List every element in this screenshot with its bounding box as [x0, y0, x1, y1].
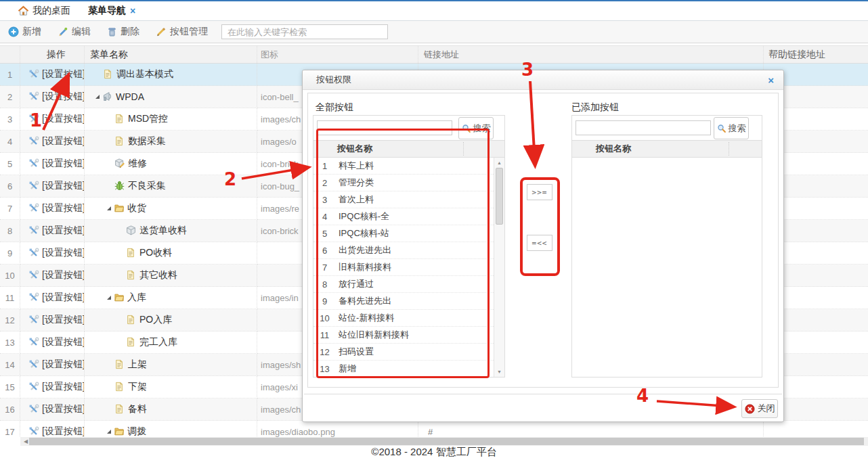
row-number: 8: [0, 220, 20, 242]
menu-name: PO入库: [139, 314, 172, 326]
set-button-link[interactable]: [设置按钮]: [20, 198, 85, 220]
tree-expand-icon[interactable]: [107, 206, 111, 210]
set-button-link[interactable]: [设置按钮]: [20, 265, 85, 287]
annotation-rect-button-list: [316, 129, 490, 378]
tools-icon: [28, 91, 39, 102]
annotation-number-3: 3: [521, 60, 534, 80]
menu-name-cell[interactable]: MSD管控: [85, 108, 257, 131]
menu-name-cell[interactable]: 完工入库: [85, 331, 257, 354]
vertical-scrollbar[interactable]: ▲ ▼: [494, 158, 504, 377]
tab-my-desktop[interactable]: 我的桌面: [0, 5, 80, 17]
menu-name-cell[interactable]: 送货单收料: [85, 220, 257, 242]
add-icon: [8, 26, 19, 37]
tools-icon: [28, 382, 39, 392]
menu-name-cell[interactable]: 数据采集: [85, 131, 257, 153]
header-link[interactable]: 链接地址: [418, 46, 764, 63]
toolbar: 新增 编辑 删除 按钮管理: [0, 21, 868, 43]
set-button-label: [设置按钮]: [42, 247, 85, 259]
header-rownum: [0, 46, 20, 63]
dialog-title-bar: 按钮权限 ×: [303, 70, 783, 90]
tree-expand-icon[interactable]: [107, 296, 111, 300]
close-button[interactable]: 关闭: [741, 399, 778, 418]
box-icon: [126, 225, 137, 236]
menu-name: WPDA: [116, 91, 144, 102]
menu-name-cell[interactable]: 其它收料: [85, 265, 257, 287]
menu-name-cell[interactable]: 入库: [85, 287, 257, 309]
dialog-close-icon[interactable]: ×: [768, 75, 774, 85]
menu-name: 送货单收料: [139, 225, 187, 237]
menu-name-cell[interactable]: 备料: [85, 398, 257, 421]
menu-name-cell[interactable]: 调出基本模式: [85, 64, 257, 86]
add-button[interactable]: 新增: [0, 26, 49, 38]
header-menu-name[interactable]: 菜单名称: [85, 46, 257, 63]
tree-expand-icon[interactable]: [95, 95, 100, 99]
tab-menu-navigation[interactable]: 菜单导航 ×: [80, 1, 144, 20]
row-number: 1: [0, 64, 20, 86]
vscrollbar-thumb[interactable]: [496, 168, 503, 225]
tab-active-label: 菜单导航: [88, 5, 126, 17]
set-button-label: [设置按钮]: [42, 336, 85, 348]
set-button-link[interactable]: [设置按钮]: [20, 376, 85, 398]
tab-close-icon[interactable]: ×: [130, 6, 135, 16]
set-button-label: [设置按钮]: [42, 158, 85, 170]
doc-icon: [126, 248, 137, 258]
edit-button[interactable]: 编辑: [49, 26, 99, 38]
added-buttons-search-input[interactable]: [576, 120, 711, 135]
set-button-link[interactable]: [设置按钮]: [20, 86, 85, 108]
menu-name-cell[interactable]: PO入库: [85, 309, 257, 331]
set-button-link[interactable]: [设置按钮]: [20, 354, 85, 376]
annotation-rect-transfer-buttons: [520, 177, 560, 276]
tree-expand-icon[interactable]: [107, 430, 111, 434]
set-button-link[interactable]: [设置按钮]: [20, 220, 85, 242]
set-button-link[interactable]: [设置按钮]: [20, 287, 85, 309]
added-buttons-search-button[interactable]: 搜索: [714, 117, 749, 139]
header-icon[interactable]: 图标: [257, 46, 418, 63]
tools-icon: [28, 203, 39, 214]
dialog-title: 按钮权限: [316, 74, 351, 86]
row-number: 7: [0, 198, 20, 220]
keyword-search-input[interactable]: [221, 24, 388, 39]
scroll-up-icon[interactable]: ▲: [494, 158, 504, 167]
horizontal-scrollbar[interactable]: ◀: [20, 437, 868, 446]
set-button-label: [设置按钮]: [42, 359, 85, 371]
menu-name-cell[interactable]: PO收料: [85, 242, 257, 265]
set-button-link[interactable]: [设置按钮]: [20, 153, 85, 175]
help-link-cell: [764, 421, 868, 437]
header-operation[interactable]: 操作: [20, 46, 85, 63]
delete-button[interactable]: 删除: [99, 26, 148, 38]
close-circle-icon: [745, 404, 755, 414]
tab-home-label: 我的桌面: [32, 5, 70, 17]
scroll-down-icon[interactable]: ▼: [494, 367, 504, 376]
set-button-label: [设置按钮]: [42, 426, 85, 437]
set-button-link[interactable]: [设置按钮]: [20, 398, 85, 421]
annotation-number-1: 1: [30, 110, 42, 131]
set-button-link[interactable]: [设置按钮]: [20, 131, 85, 153]
menu-name-cell[interactable]: WPDA: [85, 86, 257, 108]
set-button-link[interactable]: [设置按钮]: [20, 309, 85, 331]
row-number: 13: [0, 331, 20, 354]
table-row[interactable]: 17 [设置按钮] 调拨 images/diaobo.png #: [0, 421, 868, 437]
doc-icon: [103, 69, 114, 80]
tools-icon: [28, 315, 39, 325]
menu-name-cell[interactable]: 收货: [85, 198, 257, 220]
menu-name: 备料: [128, 403, 147, 415]
button-manage-button[interactable]: 按钮管理: [148, 26, 216, 38]
set-button-link[interactable]: [设置按钮]: [20, 242, 85, 265]
set-button-link[interactable]: [设置按钮]: [20, 331, 85, 354]
set-button-link[interactable]: [设置按钮]: [20, 175, 85, 198]
icon-path-cell: images/diaobo.png: [257, 421, 418, 437]
menu-name: 调拨: [127, 426, 146, 437]
scrollbar-thumb[interactable]: [29, 438, 864, 445]
edit-pencil-icon: [58, 26, 68, 37]
set-button-link[interactable]: [设置按钮]: [20, 421, 85, 437]
header-help-link[interactable]: 帮助链接地址: [764, 46, 868, 63]
menu-name: 入库: [127, 292, 146, 304]
menu-name: 收货: [127, 202, 146, 214]
tools-icon: [28, 292, 39, 303]
menu-name-cell[interactable]: 调拨: [85, 421, 257, 437]
menu-name-cell[interactable]: 上架: [85, 354, 257, 376]
tools-icon: [28, 136, 39, 147]
set-button-link[interactable]: [设置按钮]: [20, 64, 85, 86]
set-button-label: [设置按钮]: [42, 381, 85, 393]
menu-name-cell[interactable]: 下架: [85, 376, 257, 398]
